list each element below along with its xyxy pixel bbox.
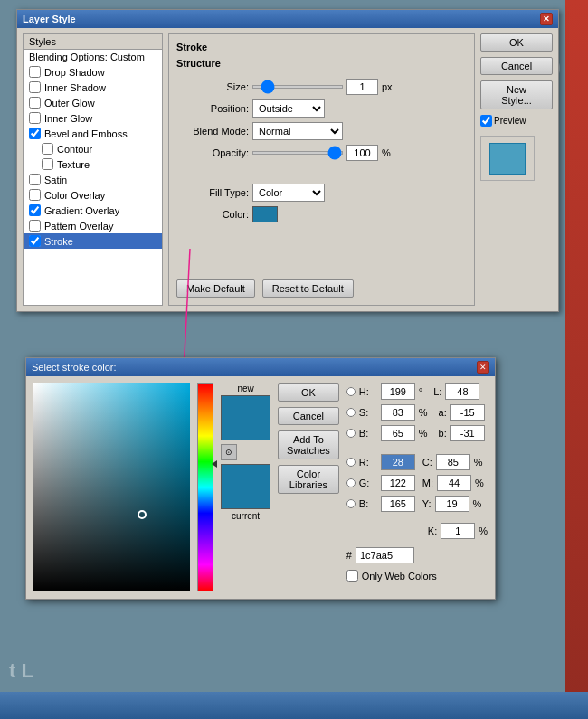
ok-button[interactable]: OK <box>480 33 553 52</box>
contour-item[interactable]: Contour <box>24 141 162 156</box>
r-radio[interactable] <box>346 458 356 467</box>
picker-cancel-button[interactable]: Cancel <box>278 407 339 425</box>
l-input[interactable] <box>445 383 479 400</box>
b-input[interactable] <box>381 425 415 441</box>
color-gradient-box[interactable] <box>33 383 190 591</box>
bottom-buttons: Make Default Reset to Default <box>176 279 467 298</box>
gradient-overlay-item[interactable]: Gradient Overlay <box>24 203 162 218</box>
b3-input[interactable] <box>450 425 485 441</box>
blend-mode-row: Blend Mode: Normal Multiply Screen Overl… <box>176 122 467 140</box>
m-input[interactable] <box>437 475 471 491</box>
drop-shadow-checkbox[interactable] <box>29 66 41 78</box>
make-default-button[interactable]: Make Default <box>176 279 255 298</box>
inner-shadow-item[interactable]: Inner Shadow <box>24 80 162 95</box>
right-panel: Stroke Structure Size: px Position: Outs… <box>168 33 475 306</box>
opacity-slider[interactable] <box>252 151 343 155</box>
s-unit: % <box>419 407 428 418</box>
inner-glow-checkbox[interactable] <box>29 112 41 124</box>
stroke-checkbox[interactable] <box>29 235 41 247</box>
pattern-overlay-checkbox[interactable] <box>29 220 41 232</box>
bevel-emboss-item[interactable]: Bevel and Emboss <box>24 126 162 141</box>
styles-panel: Styles Blending Options: Custom Drop Sha… <box>23 33 163 306</box>
satin-checkbox[interactable] <box>29 174 41 185</box>
picker-ok-button[interactable]: OK <box>278 383 339 402</box>
fill-type-select[interactable]: Color Gradient Pattern <box>252 184 325 202</box>
s-radio[interactable] <box>346 408 356 417</box>
cancel-button[interactable]: Cancel <box>480 57 553 75</box>
c-input[interactable] <box>436 454 470 470</box>
color-picker-close-button[interactable]: ✕ <box>477 361 489 374</box>
k-input[interactable] <box>441 523 475 539</box>
preview-checkbox[interactable] <box>480 115 492 127</box>
opacity-row: Opacity: % <box>176 145 467 161</box>
eyedropper-button[interactable]: ⊙ <box>221 444 237 460</box>
size-input[interactable] <box>346 79 378 95</box>
contour-checkbox[interactable] <box>42 143 53 155</box>
structure-title: Structure <box>176 58 467 71</box>
texture-checkbox[interactable] <box>42 158 53 170</box>
new-current-swatches: new ⊙ current <box>221 383 270 591</box>
add-to-swatches-button[interactable]: Add To Swatches <box>278 430 339 459</box>
blend-mode-select[interactable]: Normal Multiply Screen Overlay <box>252 122 343 140</box>
color-libraries-button[interactable]: Color Libraries <box>278 465 339 494</box>
hex-input[interactable] <box>356 547 414 563</box>
color-overlay-item[interactable]: Color Overlay <box>24 187 162 203</box>
bevel-emboss-checkbox[interactable] <box>29 128 41 139</box>
fill-type-label: Fill Type: <box>176 187 249 198</box>
background-letter: t L <box>9 659 33 683</box>
r-label: R: <box>359 457 377 468</box>
layer-style-dialog: Layer Style ✕ Styles Blending Options: C… <box>16 9 559 312</box>
saturation-row: S: % a: <box>346 404 488 421</box>
hue-radio[interactable] <box>346 387 356 396</box>
position-select[interactable]: Outside Inside Center <box>252 99 325 118</box>
only-web-colors-row[interactable]: Only Web Colors <box>346 570 488 582</box>
l-label: L: <box>433 386 441 397</box>
hash-label: # <box>346 550 352 561</box>
a-input[interactable] <box>450 404 485 421</box>
hex-row: # <box>346 547 488 563</box>
size-slider[interactable] <box>252 85 343 89</box>
inner-glow-item[interactable]: Inner Glow <box>24 110 162 126</box>
drop-shadow-item[interactable]: Drop Shadow <box>24 64 162 80</box>
h-input[interactable] <box>381 383 415 400</box>
m-unit: % <box>475 478 484 488</box>
color-picker-title: Select stroke color: <box>32 362 117 373</box>
blending-options-item[interactable]: Blending Options: Custom <box>24 50 162 64</box>
opacity-input[interactable] <box>346 145 378 161</box>
r-input[interactable] <box>381 454 415 470</box>
color-values-panel: H: ° L: S: % a: B: % b: <box>346 383 488 591</box>
k-unit: % <box>479 525 488 536</box>
texture-item[interactable]: Texture <box>24 156 162 172</box>
green-row: G: M: % <box>346 475 488 491</box>
only-web-colors-checkbox[interactable] <box>346 570 358 582</box>
reset-to-default-button[interactable]: Reset to Default <box>262 279 354 298</box>
inner-shadow-checkbox[interactable] <box>29 81 41 93</box>
y-label: Y: <box>422 498 432 509</box>
g-input[interactable] <box>381 475 415 491</box>
b-unit: % <box>419 428 428 439</box>
pattern-overlay-item[interactable]: Pattern Overlay <box>24 218 162 233</box>
s-input[interactable] <box>381 404 415 421</box>
gradient-overlay-checkbox[interactable] <box>29 204 41 216</box>
g-radio[interactable] <box>346 478 356 487</box>
color-overlay-checkbox[interactable] <box>29 189 41 201</box>
b2-input[interactable] <box>381 496 415 512</box>
opacity-unit: % <box>382 147 391 158</box>
picker-buttons: OK Cancel Add To Swatches Color Librarie… <box>278 383 339 591</box>
outer-glow-checkbox[interactable] <box>29 97 41 109</box>
new-style-button[interactable]: New Style... <box>480 80 553 109</box>
b2-radio[interactable] <box>346 499 356 508</box>
new-label: new <box>221 383 270 393</box>
current-color-swatch <box>221 464 270 509</box>
hue-slider[interactable] <box>197 383 213 591</box>
size-row: Size: px <box>176 79 467 95</box>
close-button[interactable]: ✕ <box>540 13 553 25</box>
stroke-item[interactable]: Stroke <box>24 233 162 249</box>
satin-item[interactable]: Satin <box>24 172 162 187</box>
outer-glow-item[interactable]: Outer Glow <box>24 95 162 110</box>
layer-style-title: Layer Style <box>23 14 76 24</box>
color-row: Color: <box>176 206 467 222</box>
stroke-color-swatch[interactable] <box>252 206 278 222</box>
y-input[interactable] <box>435 496 469 512</box>
b-radio[interactable] <box>346 429 356 438</box>
